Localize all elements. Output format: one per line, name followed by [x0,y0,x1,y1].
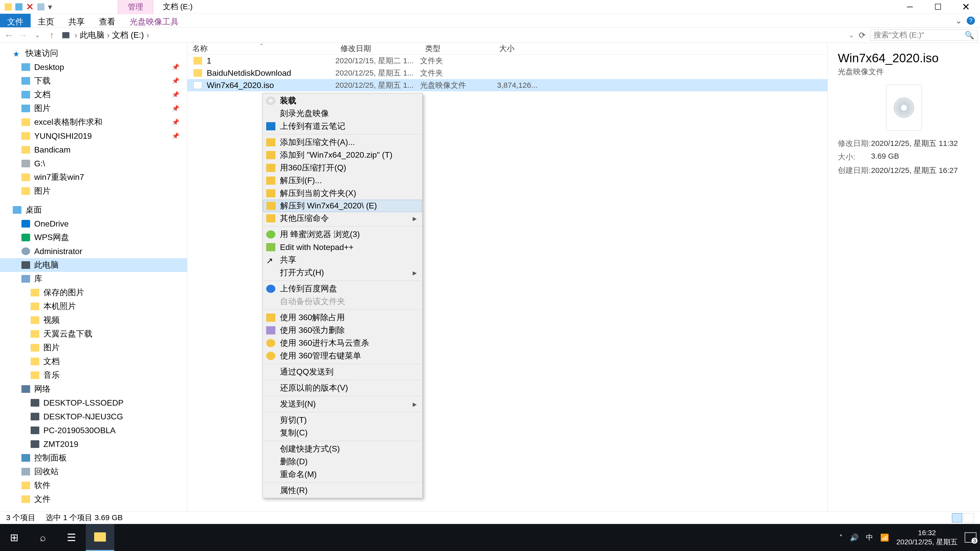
tray-overflow-icon[interactable]: ˄ [839,534,843,542]
breadcrumb[interactable]: › 此电脑 › 文档 (E:) › [60,30,847,41]
view-icons-button[interactable] [964,513,974,522]
manage-tab-header[interactable]: 管理 [118,0,153,14]
qat-properties-icon[interactable] [37,3,45,11]
sidebar-item-desktop[interactable]: Desktop📌 [0,60,187,74]
sidebar-item-tianyi[interactable]: 天翼云盘下载 [0,327,187,341]
sidebar-item-localphotos[interactable]: 本机照片 [0,300,187,313]
sidebar-item-music[interactable]: 音乐 [0,368,187,382]
address-history-dropdown[interactable]: ⌄ [849,31,854,39]
ctx-extract-here[interactable]: 解压到当前文件夹(X) [263,187,422,200]
sidebar-item-libraries[interactable]: 库 [0,272,187,286]
sidebar-item-admin[interactable]: Administrator [0,245,187,258]
network-icon[interactable]: 📶 [880,534,889,542]
sidebar-item-net1[interactable]: DESKTOP-LSSOEDP [0,396,187,410]
nav-history-dropdown[interactable]: ⌄ [31,31,44,39]
sidebar-item-net4[interactable]: ZMT2019 [0,437,187,451]
ribbon-view-tab[interactable]: 查看 [92,14,123,27]
maximize-button[interactable]: ☐ [924,0,952,13]
ctx-extract-named[interactable]: 解压到 Win7x64_2020\ (E) [263,200,422,212]
refresh-icon[interactable]: ⟳ [859,30,865,40]
crumb-drive[interactable]: 文档 (E:) [112,30,144,41]
sidebar-item-files[interactable]: 文件 [0,492,187,506]
col-type-header[interactable]: 类型 [420,43,494,54]
file-row[interactable]: BaiduNetdiskDownload 2020/12/25, 星期五 1..… [187,67,827,79]
ctx-rename[interactable]: 重命名(M) [263,468,422,481]
ctx-restore[interactable]: 还原以前的版本(V) [263,382,422,394]
task-view-button[interactable]: ☰ [57,524,86,551]
sidebar-item-excel[interactable]: excel表格制作求和📌 [0,115,187,129]
ctx-add-zip[interactable]: 添加到 "Win7x64_2020.zip" (T) [263,149,422,162]
search-icon[interactable]: 🔍 [965,30,974,40]
ctx-delete[interactable]: 删除(D) [263,455,422,468]
file-row-selected[interactable]: Win7x64_2020.iso 2020/12/25, 星期五 1... 光盘… [187,79,827,91]
sidebar-item-g-drive[interactable]: G:\ [0,157,187,170]
sidebar-item-win7reinstall[interactable]: win7重装win7 [0,170,187,184]
col-date-header[interactable]: 修改日期 [335,43,420,54]
ctx-add-archive[interactable]: 添加到压缩文件(A)... [263,136,422,149]
crumb-this-pc[interactable]: 此电脑 [80,30,104,41]
sidebar-item-software[interactable]: 软件 [0,478,187,492]
ribbon-home-tab[interactable]: 主页 [30,14,61,27]
sidebar-item-controlpanel[interactable]: 控制面板 [0,451,187,465]
qat-dropdown-icon[interactable]: ▾ [48,2,52,12]
ctx-360-trojan[interactable]: 使用 360进行木马云查杀 [263,337,422,349]
ribbon-share-tab[interactable]: 共享 [61,14,92,27]
ribbon-isotools-tab[interactable]: 光盘映像工具 [123,14,186,27]
sidebar-item-bandicam[interactable]: Bandicam [0,143,187,157]
sidebar-item-network[interactable]: 网络 [0,382,187,396]
taskbar-explorer-button[interactable] [86,524,115,551]
nav-up-button[interactable]: ↑ [45,30,58,41]
sidebar-item-net3[interactable]: PC-20190530OBLA [0,424,187,437]
ctx-360-unlock[interactable]: 使用 360解除占用 [263,311,422,324]
ctx-properties[interactable]: 属性(R) [263,484,422,497]
sidebar-item-onedrive[interactable]: OneDrive [0,217,187,230]
clock[interactable]: 16:32 2020/12/25, 星期五 [896,528,958,547]
ctx-create-shortcut[interactable]: 创建快捷方式(S) [263,443,422,455]
sidebar-quick-access[interactable]: ★快速访问 [0,46,187,60]
volume-icon[interactable]: 🔊 [850,534,859,542]
ctx-youdao[interactable]: 上传到有道云笔记 [263,120,422,133]
sidebar-item-documents[interactable]: 文档📌 [0,88,187,102]
ctx-mount[interactable]: 装载 [263,94,422,107]
sidebar-item-yunqishi[interactable]: YUNQISHI2019📌 [0,129,187,143]
ctx-upload-baidu[interactable]: 上传到百度网盘 [263,283,422,295]
ctx-notepadpp[interactable]: Edit with Notepad++ [263,241,422,254]
sidebar-item-downloads[interactable]: 下载📌 [0,74,187,88]
sidebar-item-video[interactable]: 视频 [0,313,187,327]
ctx-360-menu[interactable]: 使用 360管理右键菜单 [263,349,422,362]
ctx-copy[interactable]: 复制(C) [263,427,422,439]
taskbar-search-button[interactable]: ⌕ [29,524,57,551]
start-button[interactable]: ⊞ [0,524,29,551]
close-button[interactable]: ✕ [952,0,980,13]
ctx-qq-send[interactable]: 通过QQ发送到 [263,365,422,378]
ribbon-expand-icon[interactable]: ⌄ [955,16,962,25]
help-icon[interactable]: ? [967,17,975,25]
ctx-share[interactable]: ↗共享 [263,254,422,266]
ctx-other-compress[interactable]: 其他压缩命令▸ [263,212,422,225]
sidebar-item-pictures2[interactable]: 图片 [0,184,187,198]
file-row[interactable]: 1 2020/12/15, 星期二 1... 文件夹 [187,55,827,67]
ctx-open-360zip[interactable]: 用360压缩打开(Q) [263,162,422,174]
nav-back-button[interactable]: ← [3,30,15,41]
view-details-button[interactable] [952,513,962,522]
ctx-burn[interactable]: 刻录光盘映像 [263,107,422,120]
ctx-send-to[interactable]: 发送到(N)▸ [263,398,422,410]
sidebar-item-savedpics[interactable]: 保存的图片 [0,286,187,300]
qat-open-icon[interactable] [15,3,22,11]
sidebar-item-libdocs[interactable]: 文档 [0,354,187,368]
sidebar-item-libpics[interactable]: 图片 [0,341,187,354]
sidebar-item-recycle[interactable]: 回收站 [0,465,187,478]
minimize-button[interactable]: ─ [896,0,924,13]
col-size-header[interactable]: 大小 [494,43,540,54]
sidebar-item-wps[interactable]: WPS网盘 [0,230,187,245]
nav-forward-button[interactable]: → [17,30,30,41]
ime-indicator[interactable]: 中 [866,533,873,542]
ctx-360-forcedel[interactable]: 使用 360强力删除 [263,324,422,337]
ribbon-file-tab[interactable]: 文件 [0,14,30,27]
ctx-open-with[interactable]: 打开方式(H)▸ [263,266,422,279]
sidebar-item-this-pc[interactable]: 此电脑 [0,258,187,272]
qat-close-icon[interactable]: ✕ [26,2,34,12]
ctx-honeybrowser[interactable]: 用 蜂蜜浏览器 浏览(3) [263,228,422,241]
ctx-extract-to[interactable]: 解压到(F)... [263,174,422,187]
sidebar-item-pictures[interactable]: 图片📌 [0,102,187,115]
